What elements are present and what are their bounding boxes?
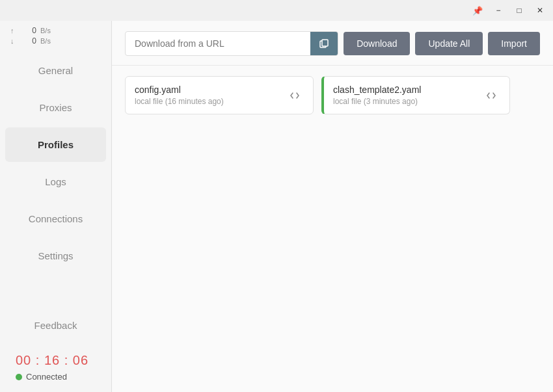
app-body: ↑ 0 B/s ↓ 0 B/s General Proxies Profiles… xyxy=(0,21,553,392)
connected-label: Connected xyxy=(26,372,67,382)
svg-rect-1 xyxy=(322,40,328,46)
profiles-area: config.yaml local file (16 minutes ago) … xyxy=(112,66,553,392)
upload-unit: B/s xyxy=(40,27,51,34)
update-all-button[interactable]: Update All xyxy=(415,32,483,55)
sidebar-item-settings[interactable]: Settings xyxy=(5,239,106,273)
sidebar-bottom: Feedback 00 : 16 : 06 Connected xyxy=(0,300,111,392)
toolbar: Download Update All Import xyxy=(112,21,553,66)
url-input[interactable] xyxy=(126,32,310,55)
sidebar-item-profiles[interactable]: Profiles xyxy=(5,127,106,162)
minimize-button[interactable]: − xyxy=(488,0,509,21)
close-button[interactable]: ✕ xyxy=(530,0,550,21)
upload-arrow-icon: ↑ xyxy=(10,27,17,34)
sidebar-item-logs[interactable]: Logs xyxy=(5,164,106,199)
sidebar: ↑ 0 B/s ↓ 0 B/s General Proxies Profiles… xyxy=(0,21,112,392)
connection-timer: 00 : 16 : 06 xyxy=(16,353,101,368)
profile-card-1-meta: local file (3 minutes ago) xyxy=(333,97,482,106)
profile-card-0-meta: local file (16 minutes ago) xyxy=(135,97,286,106)
profile-card-1-name: clash_template2.yaml xyxy=(333,85,482,95)
profile-card-0[interactable]: config.yaml local file (16 minutes ago) xyxy=(125,76,314,114)
download-traffic: ↓ 0 B/s xyxy=(10,36,101,46)
profile-card-1-content: clash_template2.yaml local file (3 minut… xyxy=(333,85,482,106)
sidebar-item-proxies[interactable]: Proxies xyxy=(5,90,106,125)
code-icon-1 xyxy=(487,91,496,100)
sidebar-item-feedback[interactable]: Feedback xyxy=(10,308,101,343)
sidebar-item-general[interactable]: General xyxy=(5,53,106,88)
main-content: Download Update All Import config.yaml l… xyxy=(112,21,553,392)
code-icon-0 xyxy=(290,91,299,100)
upload-value: 0 xyxy=(21,26,36,35)
connection-status: Connected xyxy=(16,372,101,382)
profile-card-0-edit-button[interactable] xyxy=(286,86,304,105)
profile-card-1[interactable]: clash_template2.yaml local file (3 minut… xyxy=(321,76,510,114)
profile-card-0-content: config.yaml local file (16 minutes ago) xyxy=(135,85,286,106)
download-value: 0 xyxy=(21,36,36,46)
connected-dot-icon xyxy=(16,374,22,380)
profile-card-1-edit-button[interactable] xyxy=(482,86,500,105)
download-unit: B/s xyxy=(40,37,51,45)
profile-card-0-name: config.yaml xyxy=(135,85,286,95)
download-button[interactable]: Download xyxy=(344,32,410,55)
status-section: 00 : 16 : 06 Connected xyxy=(10,348,101,382)
pin-icon: 📌 xyxy=(467,0,488,21)
traffic-info: ↑ 0 B/s ↓ 0 B/s xyxy=(0,21,111,49)
import-button[interactable]: Import xyxy=(488,32,540,55)
download-arrow-icon: ↓ xyxy=(10,37,17,45)
paste-icon xyxy=(319,38,329,49)
sidebar-item-connections[interactable]: Connections xyxy=(5,202,106,236)
title-bar: 📌 − □ ✕ xyxy=(0,0,553,21)
nav-items: General Proxies Profiles Logs Connection… xyxy=(0,49,111,300)
paste-button[interactable] xyxy=(310,32,338,55)
upload-traffic: ↑ 0 B/s xyxy=(10,26,101,35)
url-input-wrapper xyxy=(125,31,338,56)
maximize-button[interactable]: □ xyxy=(509,0,530,21)
